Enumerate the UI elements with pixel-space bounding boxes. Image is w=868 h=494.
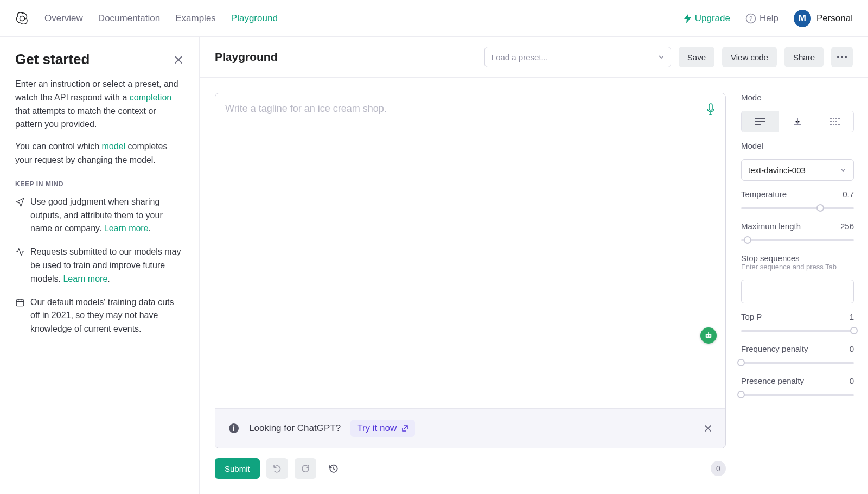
help-link[interactable]: ? Help [745, 13, 778, 24]
openai-logo-icon [15, 11, 29, 26]
avatar: M [794, 10, 811, 27]
svg-point-5 [841, 56, 843, 58]
nav-examples[interactable]: Examples [175, 13, 216, 24]
stop-seq-label: Stop sequences [741, 254, 860, 263]
chevron-down-icon [658, 53, 665, 61]
share-button[interactable]: Share [784, 47, 824, 67]
undo-button[interactable] [266, 458, 288, 479]
insert-mode-icon [793, 117, 802, 126]
svg-point-10 [709, 335, 710, 337]
main: Playground Load a preset... Save View co… [200, 37, 868, 494]
sidebar-intro-2: You can control which model completes yo… [15, 140, 184, 167]
learn-more-link[interactable]: Learn more [104, 224, 149, 233]
view-code-button[interactable]: View code [722, 47, 777, 67]
model-label: Model [741, 141, 860, 150]
slider-max-length[interactable] [741, 235, 854, 245]
get-started-sidebar: Get started Enter an instruction or sele… [0, 37, 200, 494]
slider-top-p[interactable] [741, 326, 854, 335]
svg-text:?: ? [749, 15, 752, 22]
help-icon: ? [745, 13, 756, 24]
keep-in-mind-heading: KEEP IN MIND [15, 180, 184, 188]
try-chatgpt-button[interactable]: Try it now [350, 420, 415, 437]
svg-rect-8 [706, 334, 712, 338]
mode-complete-button[interactable] [742, 111, 779, 132]
submit-button[interactable]: Submit [215, 458, 260, 479]
editor-footer: Submit 0 [215, 458, 726, 479]
sidebar-title: Get started [15, 51, 90, 68]
model-link[interactable]: model [102, 142, 126, 151]
svg-point-4 [837, 56, 839, 58]
mode-insert-button[interactable] [779, 111, 816, 132]
param-freq-penalty: Frequency penalty0 [741, 344, 854, 368]
info-icon [228, 423, 239, 434]
param-max-length: Maximum length256 [741, 221, 854, 245]
regenerate-button[interactable] [295, 458, 316, 479]
nav-overview[interactable]: Overview [44, 13, 83, 24]
complete-mode-icon [755, 118, 765, 125]
learn-more-link[interactable]: Learn more [63, 274, 107, 283]
mode-selector [741, 111, 854, 132]
send-icon [15, 197, 25, 207]
save-button[interactable]: Save [679, 47, 714, 67]
history-button[interactable] [323, 458, 344, 479]
account-menu[interactable]: M Personal [794, 10, 853, 27]
stop-seq-input[interactable] [741, 280, 854, 303]
model-select[interactable]: text-davinci-003 [741, 159, 854, 181]
close-icon[interactable] [173, 54, 184, 65]
svg-point-9 [707, 335, 708, 337]
completion-link[interactable]: completion [130, 93, 171, 102]
activity-icon [15, 247, 25, 257]
svg-point-13 [233, 425, 235, 427]
external-link-icon [401, 425, 409, 432]
param-top-p: Top P1 [741, 312, 854, 335]
undo-icon [272, 464, 282, 473]
settings-panel: Mode Model text-davinci-003 [741, 78, 868, 494]
tip-row: Our default models' training data cuts o… [15, 296, 184, 336]
tip-row: Requests submitted to our models may be … [15, 245, 184, 286]
stop-seq-hint: Enter sequence and press Tab [741, 263, 860, 271]
topnav: Overview Documentation Examples Playgrou… [0, 0, 868, 37]
microphone-button[interactable] [706, 103, 716, 117]
prompt-editor-box: Looking for ChatGPT? Try it now [215, 93, 726, 448]
assistant-badge-icon[interactable] [700, 327, 717, 344]
tip-row: Use good judgment when sharing outputs, … [15, 195, 184, 236]
dots-icon [837, 56, 847, 58]
nav-playground[interactable]: Playground [231, 13, 278, 24]
token-counter: 0 [711, 461, 726, 476]
knot-icon [15, 11, 29, 26]
bolt-icon [684, 14, 692, 23]
calendar-icon [15, 297, 25, 307]
upgrade-link[interactable]: Upgrade [684, 13, 730, 24]
refresh-icon [301, 464, 310, 473]
edit-mode-icon [830, 118, 840, 125]
svg-rect-12 [233, 427, 234, 431]
chatgpt-banner: Looking for ChatGPT? Try it now [215, 408, 725, 448]
svg-rect-7 [709, 104, 712, 110]
history-icon [328, 463, 339, 474]
microphone-icon [706, 103, 716, 115]
mode-edit-button[interactable] [816, 111, 853, 132]
svg-point-0 [20, 16, 24, 21]
mode-label: Mode [741, 93, 860, 102]
toolbar: Playground Load a preset... Save View co… [200, 37, 868, 78]
chevron-down-icon [839, 166, 847, 174]
prompt-input[interactable] [215, 93, 725, 408]
banner-text: Looking for ChatGPT? [249, 423, 341, 434]
preset-select[interactable]: Load a preset... [484, 47, 671, 67]
sidebar-intro-1: Enter an instruction or select a preset,… [15, 78, 184, 131]
param-temperature: Temperature0.7 [741, 189, 854, 213]
slider-freq-penalty[interactable] [741, 358, 854, 368]
param-presence-penalty: Presence penalty0 [741, 376, 854, 400]
svg-point-6 [845, 56, 847, 58]
svg-rect-3 [16, 299, 24, 306]
slider-temperature[interactable] [741, 203, 854, 213]
nav-documentation[interactable]: Documentation [98, 13, 160, 24]
robot-icon [704, 331, 713, 340]
slider-presence-penalty[interactable] [741, 390, 854, 400]
more-button[interactable] [831, 47, 853, 67]
close-icon[interactable] [704, 424, 712, 433]
page-title: Playground [215, 50, 278, 64]
